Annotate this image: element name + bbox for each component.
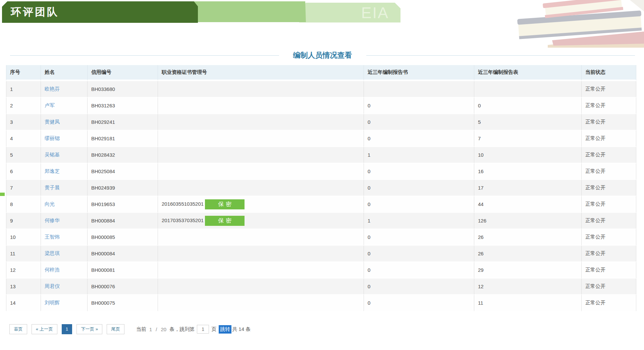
person-name-link[interactable]: 周君仪 xyxy=(45,283,60,289)
last-page-button[interactable]: 尾页 xyxy=(107,324,124,334)
cell-name: 缪丽锶 xyxy=(41,131,88,147)
cell-credit-number: BH000076 xyxy=(88,279,158,295)
page-separator: / xyxy=(156,327,157,332)
cell-index: 8 xyxy=(6,196,41,213)
cell-credit-number: BH000075 xyxy=(88,295,158,311)
cell-status: 正常公开 xyxy=(582,163,636,180)
team-title: 环评团队 xyxy=(11,5,59,19)
cell-forms-count: 0 xyxy=(474,98,582,114)
personnel-table: 序号姓名信用编号职业资格证书管理号近三年编制报告书近三年编制报告表当前状态 1欧… xyxy=(6,65,636,311)
page-title: 编制人员情况查看 xyxy=(293,50,352,60)
table-row: 11梁思琪BH000084026正常公开 xyxy=(6,246,636,262)
table-row: 4缪丽锶BH02918107正常公开 xyxy=(6,131,636,147)
cell-forms-count: 44 xyxy=(474,196,582,213)
cell-credit-number: BH000085 xyxy=(88,229,158,246)
cell-cert-number: 201703537035201保密 xyxy=(158,213,364,229)
person-name-link[interactable]: 黄子晨 xyxy=(45,185,60,190)
table-row: 13周君仪BH000076012正常公开 xyxy=(6,279,636,295)
cell-name: 吴铭基 xyxy=(41,147,88,163)
header-row: 序号姓名信用编号职业资格证书管理号近三年编制报告书近三年编制报告表当前状态 xyxy=(6,65,636,81)
jump-button[interactable]: 跳转 xyxy=(219,325,231,334)
cell-name: 黄健凤 xyxy=(41,114,88,131)
cell-index: 11 xyxy=(6,246,41,262)
cell-index: 7 xyxy=(6,180,41,196)
first-page-button[interactable]: 首页 xyxy=(9,324,27,334)
table-row: 9何修华BH000884201703537035201保密1126正常公开 xyxy=(6,213,636,229)
cell-forms-count: 11 xyxy=(474,295,582,311)
book-corner xyxy=(630,0,644,11)
cell-name: 王智炜 xyxy=(41,229,88,246)
prev-page-button[interactable]: « 上一页 xyxy=(32,324,57,334)
cell-name: 何梓浩 xyxy=(41,262,88,279)
page-size-number: 20 xyxy=(161,327,166,332)
table-row: 7黄子晨BH024939017正常公开 xyxy=(6,180,636,196)
page-1-button[interactable]: 1 xyxy=(62,324,72,334)
cell-status: 正常公开 xyxy=(582,147,636,163)
table-row: 2卢军BH03126300正常公开 xyxy=(6,98,636,114)
table-row: 1欧艳芬BH033680正常公开 xyxy=(6,81,636,98)
cell-status: 正常公开 xyxy=(582,180,636,196)
jump-page-input[interactable] xyxy=(197,325,209,334)
person-name-link[interactable]: 郑逸芝 xyxy=(45,168,60,174)
cell-index: 9 xyxy=(6,213,41,229)
person-name-link[interactable]: 王智炜 xyxy=(45,234,60,240)
cell-status: 正常公开 xyxy=(582,98,636,114)
person-name-link[interactable]: 刘明辉 xyxy=(45,300,60,305)
cell-cert-number xyxy=(158,295,364,311)
cell-name: 卢军 xyxy=(41,98,88,114)
cell-index: 2 xyxy=(6,98,41,114)
cell-index: 10 xyxy=(6,229,41,246)
table-row: 14刘明辉BH000075011正常公开 xyxy=(6,295,636,311)
cell-cert-number xyxy=(158,180,364,196)
cell-index: 5 xyxy=(6,147,41,163)
person-name-link[interactable]: 何修华 xyxy=(45,217,60,223)
current-page-number: 1 xyxy=(149,327,152,332)
cell-credit-number: BH024939 xyxy=(88,180,158,196)
person-name-link[interactable]: 何梓浩 xyxy=(45,267,60,272)
cell-credit-number: BH028432 xyxy=(88,147,158,163)
cell-name: 欧艳芬 xyxy=(41,81,88,98)
title-rule-right xyxy=(366,55,635,56)
column-header: 职业资格证书管理号 xyxy=(158,65,364,81)
cell-forms-count xyxy=(474,81,582,98)
jump-suffix-label: 页 xyxy=(211,326,216,333)
cell-index: 12 xyxy=(6,262,41,279)
cell-reports-count: 1 xyxy=(364,147,474,163)
cell-status: 正常公开 xyxy=(582,246,636,262)
current-label: 当前 xyxy=(136,326,146,333)
person-name-link[interactable]: 梁思琪 xyxy=(45,250,60,256)
person-name-link[interactable]: 欧艳芬 xyxy=(45,86,60,92)
cell-name: 刘明辉 xyxy=(41,295,88,311)
cell-reports-count: 0 xyxy=(364,98,474,114)
column-header: 姓名 xyxy=(41,65,88,81)
cell-reports-count: 1 xyxy=(364,213,474,229)
cell-status: 正常公开 xyxy=(582,295,636,311)
cell-cert-number: 201603551035201保密 xyxy=(158,196,364,213)
cell-cert-number xyxy=(158,131,364,147)
cell-reports-count: 0 xyxy=(364,163,474,180)
next-page-button[interactable]: 下一页 » xyxy=(76,324,102,334)
person-name-link[interactable]: 缪丽锶 xyxy=(45,135,60,141)
table-header: 序号姓名信用编号职业资格证书管理号近三年编制报告书近三年编制报告表当前状态 xyxy=(6,65,636,81)
cell-credit-number: BH000884 xyxy=(88,213,158,229)
cell-reports-count: 0 xyxy=(364,131,474,147)
table-row: 12何梓浩BH000081029正常公开 xyxy=(6,262,636,279)
cell-credit-number: BH029241 xyxy=(88,114,158,131)
books-image xyxy=(516,0,644,48)
cell-forms-count: 29 xyxy=(474,262,582,279)
cell-name: 向光 xyxy=(41,196,88,213)
cell-reports-count xyxy=(364,81,474,98)
cell-index: 6 xyxy=(6,163,41,180)
cell-index: 4 xyxy=(6,131,41,147)
cell-name: 何修华 xyxy=(41,213,88,229)
person-name-link[interactable]: 卢军 xyxy=(45,102,55,108)
table-row: 6郑逸芝BH025084016正常公开 xyxy=(6,163,636,180)
person-name-link[interactable]: 黄健凤 xyxy=(45,119,60,124)
person-name-link[interactable]: 向光 xyxy=(45,201,55,207)
person-name-link[interactable]: 吴铭基 xyxy=(45,152,60,157)
cell-name: 黄子晨 xyxy=(41,180,88,196)
table-row: 8向光BH019653201603551035201保密044正常公开 xyxy=(6,196,636,213)
cell-index: 3 xyxy=(6,114,41,131)
column-header: 序号 xyxy=(6,65,41,81)
cell-forms-count: 16 xyxy=(474,163,582,180)
